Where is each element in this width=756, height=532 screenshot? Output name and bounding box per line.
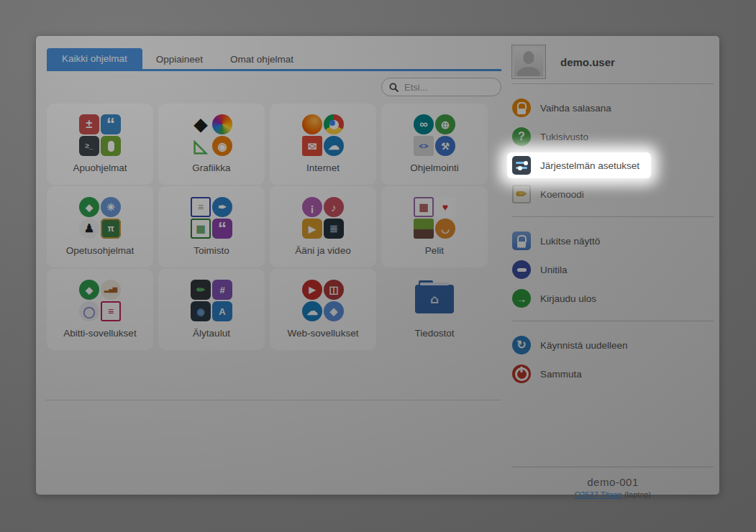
stats-icon: ▂▄▆: [101, 280, 121, 300]
library-icon: ◫: [324, 280, 344, 300]
sidebar-item-sleep[interactable]: Unitila: [512, 255, 568, 284]
abitti-cap-icon: ◆: [79, 280, 99, 300]
notes-icon: “: [101, 114, 121, 134]
category-tile-grafiikka[interactable]: ◆◺◉ Grafiikka: [158, 104, 265, 185]
desktop-background: Kaikki ohjelmat Oppiaineet Omat ohjelmat…: [0, 0, 756, 532]
quotes-icon: “: [212, 219, 232, 239]
sidebar-item-label: Järjestelmän asetukset: [540, 160, 639, 171]
sidebar-item-label: Tukisivusto: [540, 132, 588, 142]
impress-doc-icon: ≡: [101, 301, 121, 321]
category-tile-pelit[interactable]: ▦♥◡ Pelit: [381, 186, 488, 267]
sidebar-item-system-settings[interactable]: Järjestelmän asetukset: [507, 152, 651, 178]
calculator-icon: ±: [79, 114, 99, 134]
blackboard-icon: ✏: [191, 280, 211, 300]
password-lock-icon: [512, 98, 531, 117]
education-cap-icon: ◆: [79, 197, 99, 217]
text-tool-icon: A: [212, 301, 232, 321]
code-editor-icon: <>: [414, 136, 434, 156]
search-icon: [389, 83, 399, 92]
sidebar-item-label: Vaihda salasana: [540, 103, 611, 114]
tile-label: Älytaulut: [193, 328, 230, 339]
category-tile-alytaulut[interactable]: ✏#◉A Älytaulut: [158, 269, 265, 350]
category-tile-internet[interactable]: ✉☁ Internet: [270, 104, 376, 185]
avatar-body: [517, 67, 540, 78]
sidebar-item-label: Käynnistä uudelleen: [540, 340, 628, 351]
cloud-icon: ☁: [324, 136, 344, 156]
restart-icon: ↻: [512, 336, 531, 354]
category-tile-abitti-sovellukset[interactable]: ◆▂▄▆◯≡ Abitti-sovellukset: [47, 269, 153, 350]
launcher-panel: Kaikki ohjelmat Oppiaineet Omat ohjelmat…: [36, 36, 719, 495]
screen-share-icon: ◉: [191, 301, 211, 321]
sidebar-item-logout[interactable]: → Kirjaudu ulos: [512, 284, 596, 313]
browser-compass-icon: ◈: [324, 301, 344, 321]
music-icon: ♪: [324, 197, 344, 217]
category-tile-toimisto[interactable]: ≡✒▦“ Toimisto: [158, 186, 265, 267]
sidebar-item-exam-mode[interactable]: ✏ Koemoodi: [512, 180, 584, 208]
category-tile-apuohjelmat[interactable]: ±“≥_ Apuohjelmat: [47, 104, 153, 185]
sidebar-item-label: Koemoodi: [540, 189, 584, 200]
category-tile-web-sovellukset[interactable]: ▶◫☁◈ Web-sovellukset: [270, 269, 376, 350]
files-folder-icon: ⌂: [415, 285, 454, 313]
sidebar-item-change-password[interactable]: Vaihda salasana: [512, 93, 611, 122]
search-field[interactable]: [381, 78, 501, 96]
sidebar-item-restart[interactable]: ↻ Käynnistä uudelleen: [512, 331, 628, 359]
writer-doc-icon: ≡: [191, 197, 211, 217]
mouse-icon: [101, 136, 121, 156]
search-input[interactable]: [403, 81, 488, 93]
sidebar-footer-divider: [512, 467, 714, 467]
firefox-icon: [302, 114, 322, 134]
tile-label: Tiedostot: [414, 328, 454, 339]
tile-label: Apuohjelmat: [73, 162, 127, 173]
sleep-icon: [512, 260, 531, 279]
tab-own-programs[interactable]: Omat ohjelmat: [217, 50, 307, 70]
sudoku-icon: ▦: [414, 197, 434, 217]
main-divider: [45, 400, 501, 400]
sidebar-item-shutdown[interactable]: Sammuta: [512, 359, 582, 388]
category-tile-ohjelmointi[interactable]: ∞⊕<>⚒ Ohjelmointi: [381, 104, 488, 185]
avatar: [512, 45, 545, 78]
ruler-icon: ◺: [191, 136, 211, 156]
sidebar-item-label: Kirjaudu ulos: [540, 293, 596, 304]
tile-label: Toimisto: [193, 245, 229, 256]
hostname: demo-001: [512, 476, 714, 488]
media-player-icon: ▶: [302, 219, 322, 239]
logout-icon: →: [512, 289, 531, 308]
tile-label: Abitti-sovellukset: [63, 328, 136, 339]
email-icon: ✉: [302, 136, 322, 156]
device-model-link[interactable]: O2537 Titaan: [575, 490, 622, 499]
physics-atom-icon: ✳: [101, 197, 121, 217]
tab-all-programs[interactable]: Kaikki ohjelmat: [47, 48, 142, 70]
help-icon: ?: [512, 127, 531, 146]
category-tile-tiedostot[interactable]: ⌂ Tiedostot: [381, 269, 488, 350]
cloud-service-icon: ☁: [302, 301, 322, 321]
sidebar-item-label: Sammuta: [540, 369, 582, 380]
tab-bar: Kaikki ohjelmat Oppiaineet Omat ohjelmat: [47, 47, 501, 69]
pen-icon: ✒: [212, 197, 232, 217]
chalkboard-icon: π: [101, 219, 121, 239]
blender-icon: ◉: [212, 136, 232, 156]
gamepad-icon: ◡: [435, 219, 455, 239]
tab-subjects[interactable]: Oppiaineet: [142, 50, 217, 70]
sidebar-item-label: Unitila: [540, 265, 568, 275]
sidebar-item-label: Lukitse näyttö: [540, 236, 600, 247]
category-tile-opetusohjelmat[interactable]: ◆✳♟π Opetusohjelmat: [47, 186, 153, 267]
calc-doc-icon: ▦: [191, 219, 211, 239]
main-column: Kaikki ohjelmat Oppiaineet Omat ohjelmat…: [47, 47, 501, 400]
sidebar-item-lock-screen[interactable]: •••• Lukitse näyttö: [512, 226, 600, 255]
system-settings-icon: [512, 156, 531, 175]
sidebar-item-support-site[interactable]: ? Tukisivusto: [512, 122, 588, 151]
minecraft-icon: [414, 219, 434, 239]
tux-icon: ♟: [79, 219, 99, 239]
microphone-icon: ¡: [302, 197, 322, 217]
device-type: (laptop): [624, 490, 651, 499]
user-name: demo.user: [560, 56, 615, 68]
tile-label: Opetusohjelmat: [66, 245, 135, 256]
terminal-icon: ≥_: [79, 136, 99, 156]
tile-label: Ääni ja video: [295, 245, 350, 256]
inkscape-icon: ◆: [191, 114, 211, 134]
tile-label: Ohjelmointi: [410, 162, 459, 173]
category-tile-aani-ja-video[interactable]: ¡♪▶≣ Ääni ja video: [270, 186, 376, 267]
youtube-icon: ▶: [302, 280, 322, 300]
android-studio-icon: ⊕: [435, 114, 455, 134]
tab-underline: [47, 69, 501, 71]
